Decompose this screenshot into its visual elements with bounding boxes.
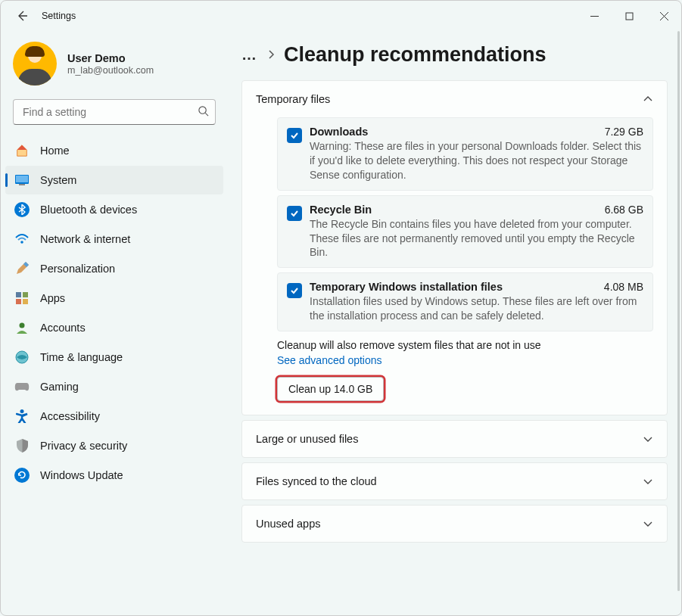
checkbox-temp-windows[interactable] [287,283,302,298]
user-account[interactable]: User Demo m_lab@outlook.com [1,36,228,99]
sidebar-item-label: Time & language [40,351,123,363]
large-unused-files-section: Large or unused files [241,420,668,458]
network-icon [14,232,30,247]
sidebar-item-label: Accessibility [40,410,100,422]
section-title: Files synced to the cloud [256,475,377,487]
item-size: 4.08 MB [604,281,643,293]
sidebar-item-label: Network & internet [40,233,130,245]
cloud-synced-files-section: Files synced to the cloud [241,462,668,500]
system-icon [14,173,30,188]
sidebar-item-label: Personalization [40,263,115,275]
item-description: Installation files used by Windows setup… [310,294,643,323]
cleanup-button[interactable]: Clean up 14.0 GB [277,377,384,401]
item-size: 7.29 GB [605,126,643,138]
sidebar-item-personalization[interactable]: Personalization [5,254,223,283]
apps-icon [14,291,30,306]
svg-point-10 [20,323,25,328]
temporary-files-header[interactable]: Temporary files [242,81,667,117]
minimize-button[interactable] [577,1,612,31]
checkbox-downloads[interactable] [287,128,302,143]
home-icon [14,143,30,158]
sidebar-item-label: Gaming [40,381,79,393]
svg-rect-3 [16,176,28,182]
item-description: The Recycle Bin contains files you have … [310,217,643,260]
accounts-icon [14,320,30,335]
svg-point-1 [199,106,206,113]
item-size: 6.68 GB [605,204,643,216]
back-button[interactable] [7,1,37,31]
sidebar-item-privacy[interactable]: Privacy & security [5,431,223,460]
sidebar-item-time[interactable]: Time & language [5,343,223,372]
window-title: Settings [37,11,76,21]
svg-rect-9 [23,299,28,304]
svg-rect-6 [16,292,21,297]
windows-update-icon [14,468,30,483]
section-title: Unused apps [256,518,320,530]
personalization-icon [14,261,30,276]
search-box[interactable] [13,99,216,125]
gaming-icon [14,379,30,394]
privacy-icon [14,438,30,453]
item-title: Temporary Windows installation files [310,281,503,293]
sidebar-item-apps[interactable]: Apps [5,284,223,313]
item-title: Recycle Bin [310,204,372,216]
see-advanced-options-link[interactable]: See advanced options [277,354,653,366]
bluetooth-icon [14,202,30,217]
sidebar-item-label: Home [40,145,70,157]
sidebar-item-label: Privacy & security [40,440,127,452]
accessibility-icon [14,409,30,424]
cleanup-item-downloads[interactable]: Downloads 7.29 GB Warning: These are fil… [277,117,653,191]
sidebar-item-home[interactable]: Home [5,136,223,165]
chevron-down-icon [643,518,653,530]
item-description: Warning: These are files in your persona… [310,139,643,182]
cleanup-item-temp-windows-files[interactable]: Temporary Windows installation files 4.0… [277,272,653,331]
avatar [13,42,57,86]
chevron-right-icon [267,49,275,61]
maximize-button[interactable] [612,1,646,31]
sidebar-item-label: Windows Update [40,469,123,481]
section-title: Temporary files [256,93,330,105]
page-title: Cleanup recommendations [284,43,547,67]
temporary-files-section: Temporary files Downloads 7.29 GB Warnin… [241,80,668,415]
section-title: Large or unused files [256,433,358,445]
time-icon [14,350,30,365]
sidebar-item-system[interactable]: System [5,166,223,194]
sidebar-item-network[interactable]: Network & internet [5,225,223,254]
svg-rect-4 [19,184,25,185]
sidebar-item-bluetooth[interactable]: Bluetooth & devices [5,195,223,224]
breadcrumb: … Cleanup recommendations [241,43,668,67]
cleanup-item-recycle-bin[interactable]: Recycle Bin 6.68 GB The Recycle Bin cont… [277,195,653,269]
svg-point-12 [20,409,24,413]
sidebar-item-label: Bluetooth & devices [40,204,137,216]
cloud-synced-files-header[interactable]: Files synced to the cloud [242,463,667,499]
breadcrumb-more-icon[interactable]: … [241,46,258,64]
titlebar: Settings [1,1,681,31]
close-button[interactable] [646,1,681,31]
large-unused-files-header[interactable]: Large or unused files [242,421,667,457]
chevron-up-icon [643,93,653,105]
chevron-down-icon [643,433,653,445]
sidebar-item-gaming[interactable]: Gaming [5,372,223,401]
sidebar-item-windows-update[interactable]: Windows Update [5,461,223,490]
item-title: Downloads [310,126,368,138]
user-email: m_lab@outlook.com [67,65,154,76]
sidebar: User Demo m_lab@outlook.com Home System [1,31,228,615]
unused-apps-section: Unused apps [241,505,668,543]
search-icon [198,105,209,120]
user-name: User Demo [67,52,154,64]
checkbox-recycle-bin[interactable] [287,206,302,221]
unused-apps-header[interactable]: Unused apps [242,506,667,542]
sidebar-item-label: System [40,174,76,186]
sidebar-item-label: Accounts [40,322,86,334]
search-input[interactable] [20,106,198,118]
svg-rect-8 [16,299,21,304]
main-content: … Cleanup recommendations Temporary file… [228,31,681,615]
cleanup-note: Cleanup will also remove system files th… [277,339,653,351]
scrollbar[interactable] [677,31,680,591]
svg-point-5 [20,241,23,244]
sidebar-item-accounts[interactable]: Accounts [5,313,223,342]
svg-rect-0 [626,13,633,20]
sidebar-item-accessibility[interactable]: Accessibility [5,402,223,431]
chevron-down-icon [643,475,653,487]
sidebar-item-label: Apps [40,292,65,304]
